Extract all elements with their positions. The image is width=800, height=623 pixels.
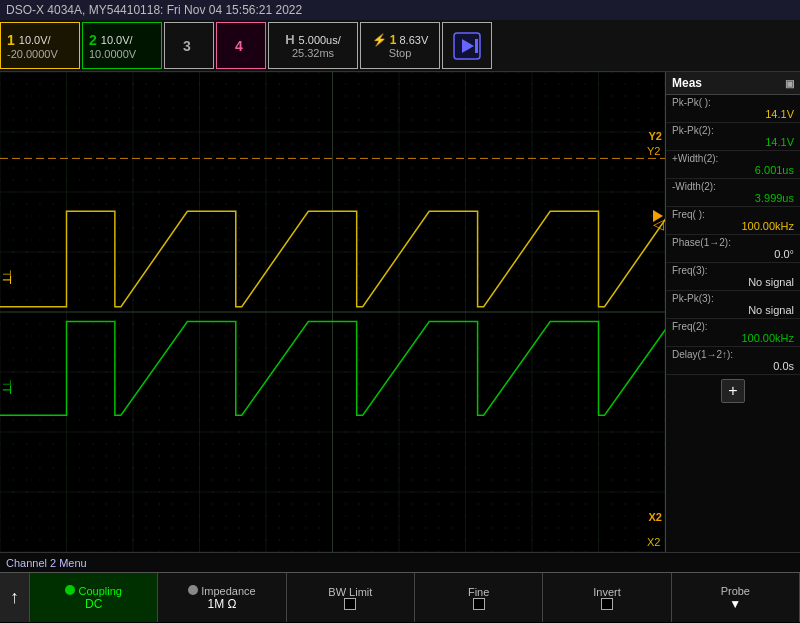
title-text: DSO-X 4034A, MY54410118: Fri Nov 04 15:5… xyxy=(6,3,302,17)
ch1-offset: -20.0000V xyxy=(7,48,58,60)
title-bar: DSO-X 4034A, MY54410118: Fri Nov 04 15:5… xyxy=(0,0,800,20)
meas-label-5: Phase(1→2): xyxy=(672,237,794,248)
ch3-num: 3 xyxy=(183,38,191,54)
channel-header: 1 10.0V/ -20.0000V 2 10.0V/ 10.0000V 3 4… xyxy=(0,20,800,72)
meas-value-1: 14.1V xyxy=(672,136,794,148)
ch2-scale: 10.0V/ xyxy=(101,34,133,46)
svg-rect-2 xyxy=(475,39,478,53)
meas-item-0: Pk-Pk( ): 14.1V xyxy=(666,95,800,123)
ch1-y-marker: ⊣ xyxy=(2,274,12,287)
meas-item-4: Freq( ): 100.00kHz xyxy=(666,207,800,235)
footer-up-button[interactable]: ↑ xyxy=(0,573,30,622)
trigger-level-arrow: ◁ xyxy=(653,216,664,232)
meas-value-0: 14.1V xyxy=(672,108,794,120)
meas-item-9: Delay(1→2↑): 0.0s xyxy=(666,347,800,375)
footer-value-1: 1M Ω xyxy=(208,597,237,611)
meas-label-7: Pk-Pk(3): xyxy=(672,293,794,304)
ch2-offset: 10.0000V xyxy=(89,48,136,60)
footer-dot-1 xyxy=(188,585,198,595)
trigger-icon: ⚡ xyxy=(372,33,387,47)
meas-item-8: Freq(2): 100.00kHz xyxy=(666,319,800,347)
ch3-block[interactable]: 3 xyxy=(164,22,214,69)
footer-label-0: Coupling xyxy=(65,585,121,597)
meas-title: Meas xyxy=(672,76,702,90)
main-area: Y2 X2 ⊣ ⊣ ◁ Meas ▣ Pk-Pk( ): 14.1VPk-Pk(… xyxy=(0,72,800,552)
trigger-num: 1 xyxy=(390,33,397,47)
footer-label-3: Fine xyxy=(468,586,489,598)
meas-label-4: Freq( ): xyxy=(672,209,794,220)
trigger-voltage: 8.63V xyxy=(399,34,428,46)
footer-item-4[interactable]: Invert xyxy=(543,573,671,622)
meas-header: Meas ▣ xyxy=(666,72,800,95)
scope-canvas xyxy=(0,72,665,552)
meas-label-9: Delay(1→2↑): xyxy=(672,349,794,360)
stop-label: Stop xyxy=(389,47,412,59)
footer-item-1[interactable]: Impedance1M Ω xyxy=(158,573,286,622)
footer-value-0: DC xyxy=(85,597,102,611)
ch1-block[interactable]: 1 10.0V/ -20.0000V xyxy=(0,22,80,69)
ch1-num: 1 xyxy=(7,32,15,48)
y2-top-marker: Y2 xyxy=(649,130,662,142)
footer-checkbox-4[interactable] xyxy=(601,598,613,610)
y2-bottom-marker: X2 xyxy=(649,511,662,523)
footer-label-4: Invert xyxy=(593,586,621,598)
meas-label-6: Freq(3): xyxy=(672,265,794,276)
footer-label-1: Impedance xyxy=(188,585,255,597)
footer-label-2: BW Limit xyxy=(328,586,372,598)
meas-value-7: No signal xyxy=(672,304,794,316)
meas-value-3: 3.999us xyxy=(672,192,794,204)
meas-value-5: 0.0° xyxy=(672,248,794,260)
footer-item-0[interactable]: CouplingDC xyxy=(30,573,158,622)
meas-label-2: +Width(2): xyxy=(672,153,794,164)
meas-label-8: Freq(2): xyxy=(672,321,794,332)
meas-value-8: 100.00kHz xyxy=(672,332,794,344)
footer-item-2[interactable]: BW Limit xyxy=(287,573,415,622)
bottom-bar-text: Channel 2 Menu xyxy=(6,557,87,569)
footer-dot-0 xyxy=(65,585,75,595)
footer-item-3[interactable]: Fine xyxy=(415,573,543,622)
meas-item-2: +Width(2): 6.001us xyxy=(666,151,800,179)
bottom-bar: Channel 2 Menu xyxy=(0,552,800,572)
scope-screen: Y2 X2 ⊣ ⊣ ◁ xyxy=(0,72,665,552)
ch1-scale: 10.0V/ xyxy=(19,34,51,46)
meas-value-9: 0.0s xyxy=(672,360,794,372)
meas-item-7: Pk-Pk(3): No signal xyxy=(666,291,800,319)
footer-items-container: CouplingDCImpedance1M ΩBW LimitFineInver… xyxy=(30,573,800,622)
footer-checkbox-2[interactable] xyxy=(344,598,356,610)
trigger-block[interactable]: ⚡ 1 8.63V Stop xyxy=(360,22,440,69)
horiz-time-div: 5.000us/ xyxy=(299,34,341,46)
up-arrow-icon: ↑ xyxy=(10,587,19,608)
ch2-block[interactable]: 2 10.0V/ 10.0000V xyxy=(82,22,162,69)
meas-value-4: 100.00kHz xyxy=(672,220,794,232)
meas-add-button[interactable]: + xyxy=(721,379,745,403)
meas-label-1: Pk-Pk(2): xyxy=(672,125,794,136)
ch2-num: 2 xyxy=(89,32,97,48)
meas-item-5: Phase(1→2): 0.0° xyxy=(666,235,800,263)
footer-label-5: Probe xyxy=(721,585,750,597)
run-stop-icon xyxy=(452,31,482,61)
run-stop-block[interactable] xyxy=(442,22,492,69)
footer-menu: ↑ CouplingDCImpedance1M ΩBW LimitFineInv… xyxy=(0,572,800,622)
horiz-label: H xyxy=(285,32,294,47)
meas-label-3: -Width(2): xyxy=(672,181,794,192)
meas-item-3: -Width(2): 3.999us xyxy=(666,179,800,207)
ch2-y-marker: ⊣ xyxy=(2,384,12,397)
horiz-delay: 25.32ms xyxy=(292,47,334,59)
horiz-block[interactable]: H 5.000us/ 25.32ms xyxy=(268,22,358,69)
meas-item-1: Pk-Pk(2): 14.1V xyxy=(666,123,800,151)
footer-item-5[interactable]: Probe▼ xyxy=(672,573,800,622)
meas-icon: ▣ xyxy=(785,78,794,89)
meas-value-6: No signal xyxy=(672,276,794,288)
meas-items-container: Pk-Pk( ): 14.1VPk-Pk(2): 14.1V+Width(2):… xyxy=(666,95,800,375)
footer-checkbox-3[interactable] xyxy=(473,598,485,610)
meas-item-6: Freq(3): No signal xyxy=(666,263,800,291)
meas-value-2: 6.001us xyxy=(672,164,794,176)
ch4-num: 4 xyxy=(235,38,243,54)
ch4-block[interactable]: 4 xyxy=(216,22,266,69)
meas-panel: Meas ▣ Pk-Pk( ): 14.1VPk-Pk(2): 14.1V+Wi… xyxy=(665,72,800,552)
footer-value-5: ▼ xyxy=(729,597,741,611)
meas-label-0: Pk-Pk( ): xyxy=(672,97,794,108)
